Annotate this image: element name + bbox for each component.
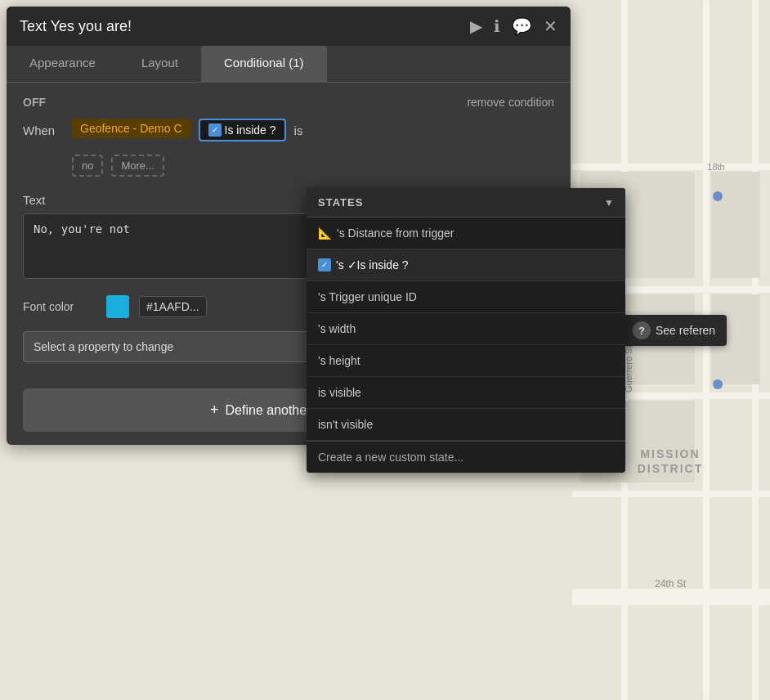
tab-appearance[interactable]: Appearance: [7, 46, 119, 82]
create-new-label: Create a new custom state...: [318, 451, 463, 464]
check-icon: ✓: [208, 123, 222, 137]
more-tag[interactable]: no: [72, 155, 103, 177]
check-box-icon: ✓: [318, 258, 331, 271]
dropdown-item-label: 's Distance from trigger: [337, 227, 454, 240]
dropdown-arrow-icon: ▼: [604, 197, 614, 209]
dropdown-item-isnt-visible[interactable]: isn't visible: [307, 409, 625, 441]
dropdown-item-label: isn't visible: [318, 418, 373, 431]
see-reference-text: See referen: [656, 324, 715, 337]
dropdown-item-label: is visible: [318, 386, 361, 399]
question-icon: ?: [633, 321, 651, 339]
off-badge: OFF: [23, 96, 46, 109]
svg-text:18th: 18th: [707, 162, 724, 172]
remove-condition-button[interactable]: remove condition: [467, 96, 554, 109]
dropdown-item-distance[interactable]: 📐 's Distance from trigger: [307, 218, 625, 249]
dropdown-item-label: 's height: [318, 354, 360, 367]
ruler-icon: 📐: [318, 227, 332, 240]
dropdown-item-is-inside[interactable]: ✓ 's ✓Is inside ?: [307, 249, 625, 281]
svg-text:DISTRICT: DISTRICT: [638, 462, 704, 475]
geofence-tag[interactable]: Geofence - Demo C: [72, 119, 190, 138]
play-icon[interactable]: ▶: [470, 16, 482, 36]
tab-conditional[interactable]: Conditional (1): [201, 46, 327, 82]
dropdown-item-label: 's width: [318, 322, 356, 335]
chat-icon[interactable]: 💬: [512, 16, 532, 36]
see-reference-tooltip: ? See referen: [621, 315, 727, 346]
svg-rect-7: [703, 0, 710, 700]
title-bar: Text Yes you are! ▶ ℹ 💬 ✕: [7, 7, 571, 46]
svg-rect-5: [572, 589, 770, 605]
is-text: is: [294, 119, 303, 137]
svg-text:MISSION: MISSION: [640, 447, 700, 460]
states-dropdown: STATES ▼ 📐 's Distance from trigger ✓ 's…: [307, 188, 625, 473]
state-selector[interactable]: ✓ Is inside ?: [199, 119, 286, 141]
state-label: Is inside ?: [225, 123, 276, 137]
close-icon[interactable]: ✕: [544, 16, 557, 36]
info-icon[interactable]: ℹ: [494, 16, 500, 36]
when-row: When Geofence - Demo C ✓ Is inside ? is: [23, 119, 554, 141]
property-select-label: Select a property to change: [34, 340, 173, 353]
svg-rect-12: [711, 172, 760, 278]
color-swatch[interactable]: [106, 295, 129, 318]
svg-rect-1: [572, 164, 770, 170]
title-icons: ▶ ℹ 💬 ✕: [470, 16, 557, 36]
dropdown-item-trigger-id[interactable]: 's Trigger unique ID: [307, 281, 625, 313]
dropdown-item-create-new[interactable]: Create a new custom state...: [307, 442, 625, 473]
tabs-bar: Appearance Layout Conditional (1): [7, 46, 571, 83]
dropdown-item-label: 's Trigger unique ID: [318, 290, 417, 303]
dropdown-item-height[interactable]: 's height: [307, 345, 625, 377]
more-options-tag[interactable]: More...: [111, 155, 163, 177]
define-condition-icon: +: [210, 402, 219, 419]
svg-point-15: [713, 379, 723, 389]
svg-rect-4: [572, 491, 770, 497]
color-value[interactable]: #1AAFD...: [139, 296, 207, 317]
tab-layout[interactable]: Layout: [119, 46, 201, 82]
dropdown-header: STATES ▼: [307, 188, 625, 218]
dropdown-item-width[interactable]: 's width: [307, 313, 625, 345]
when-label: When: [23, 119, 64, 137]
condition-header: OFF remove condition: [23, 96, 554, 109]
dropdown-title: STATES: [318, 196, 363, 209]
dialog-title: Text Yes you are!: [20, 18, 132, 35]
dropdown-item-is-visible[interactable]: is visible: [307, 377, 625, 409]
dropdown-item-label: 's ✓Is inside ?: [336, 258, 409, 271]
font-color-label: Font color: [23, 300, 96, 313]
svg-text:24th St: 24th St: [655, 578, 687, 590]
svg-point-14: [713, 191, 723, 201]
